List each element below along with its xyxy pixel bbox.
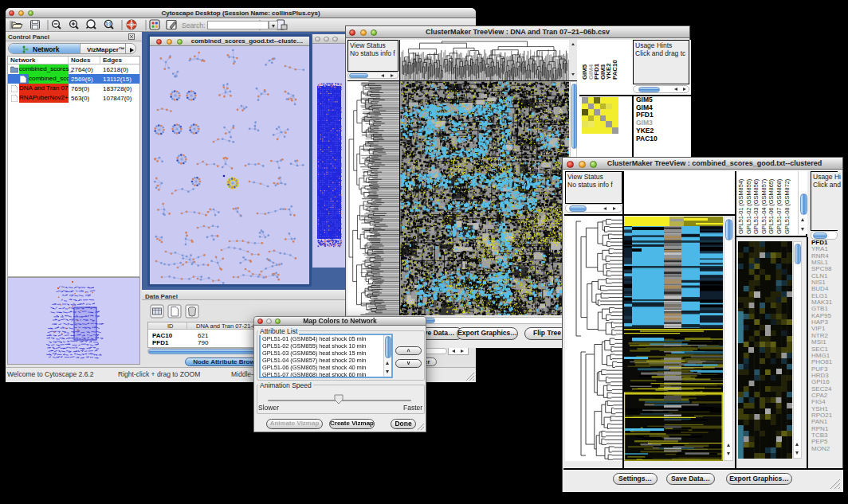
svg-text:1:1: 1:1 <box>106 22 112 26</box>
